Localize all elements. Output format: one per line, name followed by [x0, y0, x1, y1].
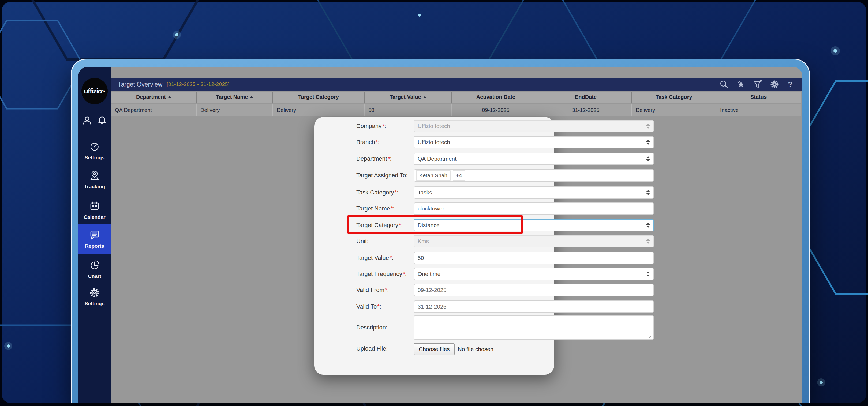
- sort-asc-icon: [168, 96, 171, 98]
- form-row-department: Department* : QA Department: [314, 153, 554, 165]
- highlight-rectangle: [347, 215, 523, 233]
- branch-select[interactable]: Uffizio Iotech: [414, 136, 654, 148]
- form-row-target-frequency: Target Frequency* : One time: [314, 268, 554, 280]
- table-row[interactable]: QA Department Delivery Delivery 50 09-12…: [111, 104, 801, 117]
- logo-text: uffizio: [84, 87, 101, 95]
- sidebar-item-chart[interactable]: Chart: [78, 259, 111, 279]
- table-header: Department Target Name Target Category T…: [111, 92, 801, 103]
- cell-target-category: Delivery: [273, 104, 365, 116]
- calendar-icon: [89, 200, 100, 212]
- cell-target-value: 50: [365, 104, 452, 116]
- target-value-input[interactable]: 50: [414, 252, 654, 264]
- column-header-target-value[interactable]: Target Value: [365, 92, 452, 102]
- task-category-label: Task Category: [356, 189, 394, 196]
- resize-grip-icon[interactable]: [649, 335, 652, 338]
- column-header-target-name[interactable]: Target Name: [197, 92, 273, 102]
- sidebar-item-label: Calendar: [78, 214, 111, 220]
- required-asterisk: *: [391, 205, 393, 212]
- target-name-label: Target Name: [356, 205, 390, 212]
- choose-files-button[interactable]: Choose files: [414, 343, 455, 355]
- target-assigned-to-label: Target Assigned To: [356, 172, 406, 179]
- company-select[interactable]: Uffizio Iotech: [414, 120, 654, 132]
- sidebar-item-settings-bottom[interactable]: Settings: [78, 287, 111, 307]
- sidebar-top-icons: [78, 116, 111, 126]
- description-textarea[interactable]: [414, 315, 654, 340]
- bell-icon[interactable]: [97, 116, 107, 126]
- target-name-input[interactable]: clocktower: [414, 202, 654, 215]
- column-header-department[interactable]: Department: [111, 92, 197, 102]
- cell-end-date: 31-12-2025: [540, 104, 632, 116]
- cell-activation-date: 09-12-2025: [452, 104, 540, 116]
- uffizio-logo: uffizio»: [82, 78, 108, 104]
- select-arrows-icon: [646, 190, 650, 195]
- required-asterisk: *: [385, 286, 388, 293]
- target-frequency-select[interactable]: One time: [414, 268, 654, 280]
- target-form-modal: Company* : Uffizio Iotech Branch* : Uffi…: [314, 117, 554, 375]
- upload-file-label: Upload File: [356, 345, 386, 352]
- valid-from-label: Valid From: [356, 286, 384, 293]
- target-value-label: Target Value: [356, 254, 389, 261]
- form-row-valid-from: Valid From* : 09-12-2025: [314, 284, 554, 296]
- cell-target-name: Delivery: [197, 104, 273, 116]
- required-asterisk: *: [382, 123, 384, 130]
- sort-asc-icon: [423, 96, 427, 98]
- pie-chart-icon: [89, 259, 100, 271]
- form-row-company: Company* : Uffizio Iotech: [314, 120, 554, 132]
- required-asterisk: *: [390, 254, 392, 261]
- form-row-target-assigned-to: Target Assigned To : Ketan Shah +4: [314, 169, 554, 182]
- description-label: Description: [356, 324, 386, 331]
- file-chosen-status: No file chosen: [458, 346, 494, 352]
- branch-label: Branch: [356, 139, 375, 146]
- sidebar-item-calendar[interactable]: Calendar: [78, 200, 111, 220]
- report-note-icon: [89, 229, 100, 241]
- unit-select[interactable]: Kms: [414, 235, 654, 247]
- form-row-target-value: Target Value* : 50: [314, 252, 554, 264]
- valid-to-label: Valid To: [356, 303, 377, 310]
- filter-gear-icon[interactable]: [752, 80, 763, 89]
- settings-gear-icon[interactable]: [770, 80, 779, 89]
- topbar-icons: ?: [719, 80, 794, 89]
- column-header-status[interactable]: Status: [716, 92, 801, 102]
- required-asterisk: *: [395, 189, 397, 196]
- sidebar-item-label: Reports: [78, 243, 111, 249]
- assignee-chip[interactable]: Ketan Shah: [416, 170, 451, 181]
- column-header-activation-date[interactable]: Activation Date: [452, 92, 540, 102]
- sidebar-item-reports[interactable]: Reports: [78, 224, 111, 254]
- cell-task-category: Delivery: [632, 104, 716, 116]
- required-asterisk: *: [377, 303, 380, 310]
- department-select[interactable]: QA Department: [414, 153, 654, 165]
- sort-asc-icon: [250, 96, 253, 98]
- topbar: Target Overview [01-12-2025 - 31-12-2025…: [111, 78, 802, 91]
- form-row-branch: Branch* : Uffizio Iotech: [314, 136, 554, 148]
- form-row-valid-to: Valid To* : 31-12-2025: [314, 301, 554, 313]
- form-row-task-category: Task Category* : Tasks: [314, 186, 554, 199]
- required-asterisk: *: [376, 139, 378, 146]
- column-header-target-category[interactable]: Target Category: [273, 92, 365, 102]
- sidebar-item-settings[interactable]: Settings: [78, 141, 111, 161]
- user-icon[interactable]: [82, 116, 92, 126]
- form-row-target-name: Target Name* : clocktower: [314, 202, 554, 215]
- sidebar: uffizio» Settings: [78, 67, 111, 403]
- company-label: Company: [356, 123, 381, 130]
- required-asterisk: *: [388, 155, 390, 162]
- target-frequency-label: Target Frequency: [356, 271, 402, 277]
- date-range-badge: [01-12-2025 - 31-12-2025]: [167, 82, 229, 87]
- column-header-end-date[interactable]: EndDate: [540, 92, 632, 102]
- department-label: Department: [356, 155, 387, 162]
- map-pin-icon: [89, 170, 100, 182]
- search-icon[interactable]: [719, 80, 729, 89]
- sidebar-item-tracking[interactable]: Tracking: [78, 170, 111, 190]
- cell-department: QA Department: [111, 104, 197, 116]
- help-icon[interactable]: ?: [786, 80, 794, 89]
- favorite-star-icon[interactable]: [736, 80, 746, 89]
- valid-from-input[interactable]: 09-12-2025: [414, 284, 654, 296]
- column-header-task-category[interactable]: Task Category: [632, 92, 716, 102]
- target-assigned-to-input[interactable]: Ketan Shah +4: [414, 169, 654, 182]
- page-title: Target Overview: [118, 81, 162, 88]
- form-row-description: Description :: [314, 315, 554, 340]
- gear-icon: [89, 287, 100, 299]
- valid-to-input[interactable]: 31-12-2025: [414, 301, 654, 313]
- assignee-more-chip[interactable]: +4: [453, 170, 465, 181]
- task-category-select[interactable]: Tasks: [414, 186, 654, 199]
- sidebar-item-label: Chart: [78, 274, 111, 279]
